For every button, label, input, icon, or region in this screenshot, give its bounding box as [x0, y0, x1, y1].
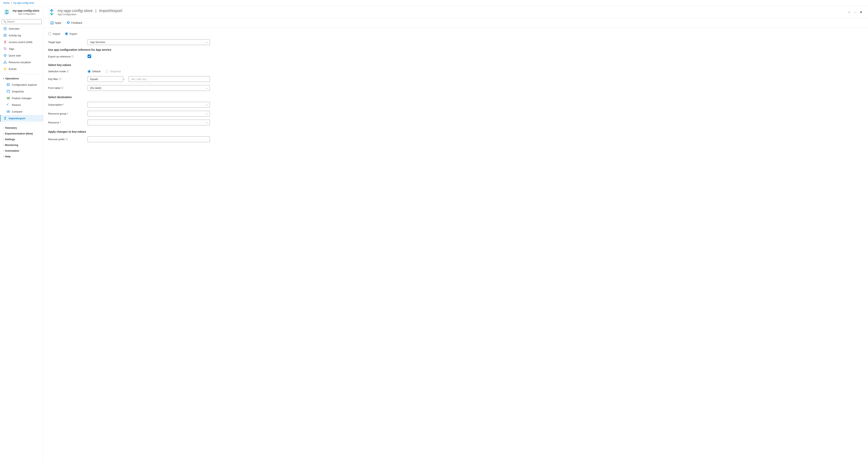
svg-point-3 — [4, 41, 6, 42]
app-container: Home > my-app-config-store my-app-con — [0, 0, 868, 463]
subscription-row: Subscription * — [48, 102, 863, 108]
breadcrumb-home[interactable]: Home — [3, 2, 9, 4]
from-label-row: From label ⓘ (No label) All labels — [48, 85, 863, 91]
more-options-button[interactable]: ··· — [853, 9, 857, 15]
feedback-label: Feedback — [71, 21, 83, 24]
import-radio[interactable] — [48, 32, 51, 35]
breadcrumb-current[interactable]: my-app-config-store — [13, 2, 34, 4]
from-label-select[interactable]: (No label) All labels — [88, 85, 210, 91]
sidebar-item-configuration-explorer[interactable]: Configuration explorer — [0, 81, 43, 88]
svg-rect-15 — [8, 111, 10, 112]
sidebar-item-quick-start[interactable]: Quick start — [0, 52, 43, 59]
target-type-dropdown-wrapper: App Services Azure App Configuration App… — [88, 39, 210, 45]
sidebar-item-snapshots[interactable]: Snapshots — [0, 88, 43, 95]
sidebar-label-monitoring: Monitoring — [5, 144, 40, 146]
sidebar-item-import-export[interactable]: Import/export — [0, 115, 43, 122]
sidebar-item-compare[interactable]: Compare — [0, 108, 43, 115]
breadcrumb: Home > my-app-config-store — [0, 0, 868, 6]
export-as-reference-control — [88, 55, 210, 59]
nav-divider-2 — [0, 123, 43, 123]
sidebar-label-restore: Restore — [12, 104, 40, 107]
sidebar-section-monitoring[interactable]: › Monitoring — [0, 142, 43, 148]
target-type-select[interactable]: App Services Azure App Configuration App… — [88, 39, 210, 45]
import-export-page-icon — [49, 9, 55, 16]
key-filter-input[interactable] — [129, 76, 210, 82]
sidebar-header: my-app-config-store App Configuration — [0, 6, 43, 18]
svg-rect-12 — [7, 90, 10, 92]
export-label: Export — [70, 32, 77, 35]
remove-prefix-label-text: Remove prefix — [48, 138, 65, 141]
feedback-button[interactable]: Feedback — [64, 20, 85, 26]
export-option[interactable]: Export — [65, 32, 77, 35]
sidebar-item-overview[interactable]: Overview — [0, 25, 43, 32]
search-input[interactable] — [7, 20, 40, 23]
selection-mode-info-icon[interactable]: ⓘ — [67, 70, 69, 73]
sidebar-item-activity-log[interactable]: Activity log — [0, 32, 43, 39]
export-as-reference-label: Export as reference ⓘ — [48, 55, 88, 58]
sidebar-section-settings[interactable]: › Settings — [0, 137, 43, 142]
app-config-reference-section: Use app configuration reference for App … — [48, 48, 863, 59]
target-type-control: App Services Azure App Configuration App… — [88, 39, 210, 45]
selection-mode-snapshot[interactable]: Snapshot — [105, 70, 121, 73]
import-export-icon — [3, 116, 7, 120]
key-filter-info-icon[interactable]: ⓘ — [59, 78, 61, 81]
remove-prefix-info-icon[interactable]: ⓘ — [65, 138, 68, 141]
sidebar-section-help[interactable]: › Help — [0, 154, 43, 159]
select-key-values-title: Select key-values — [48, 63, 863, 66]
selection-mode-snapshot-radio[interactable] — [105, 70, 108, 73]
subscription-select[interactable] — [88, 102, 210, 108]
sidebar-item-feature-manager[interactable]: Feature manager — [0, 95, 43, 102]
resource-select[interactable] — [88, 120, 210, 125]
key-filter-dropdown-wrapper: Equals Starts with — [88, 76, 127, 82]
select-destination-title: Select destination — [48, 95, 863, 99]
remove-prefix-input[interactable] — [88, 137, 210, 142]
sidebar-section-automation[interactable]: › Automation — [0, 148, 43, 154]
import-option[interactable]: Import — [48, 32, 60, 35]
resource-label-text: Resource — [48, 121, 59, 124]
sidebar-section-operations[interactable]: ▾ Operations — [0, 76, 43, 81]
resource-visualizer-icon — [3, 60, 7, 64]
apply-changes-title: Apply changes to key-values — [48, 130, 863, 133]
resource-name-title: my-app-config-store — [58, 8, 93, 13]
page-header: my-app-config-store | Import/export App … — [43, 6, 868, 18]
selection-mode-default[interactable]: Default — [88, 70, 100, 73]
sidebar-section-telemetry[interactable]: › Telemetry — [0, 125, 43, 131]
experimentation-expand-icon: › — [3, 133, 4, 135]
from-label-control: (No label) All labels — [88, 85, 210, 91]
settings-expand-icon: › — [3, 138, 4, 140]
target-type-row: Target type App Services Azure App Confi… — [48, 39, 863, 45]
selection-mode-default-radio[interactable] — [88, 70, 91, 73]
export-as-reference-info-icon[interactable]: ⓘ — [71, 55, 73, 58]
import-label: Import — [53, 32, 60, 35]
sidebar-item-events[interactable]: Events — [0, 65, 43, 72]
page-content: Import Export Target type — [43, 27, 868, 463]
from-label-info-icon[interactable]: ⓘ — [61, 86, 63, 90]
resource-group-label: Resource group * — [48, 112, 88, 115]
sidebar-item-tags[interactable]: Tags — [0, 46, 43, 52]
automation-expand-icon: › — [3, 150, 4, 152]
restore-icon — [6, 103, 10, 107]
sidebar-resource-type: App Configuration — [12, 12, 39, 15]
sidebar-label-automation: Automation — [5, 149, 40, 152]
resource-icon-svg — [4, 9, 9, 15]
sidebar-label-overview: Overview — [9, 27, 40, 30]
key-filter-select[interactable]: Equals Starts with — [88, 76, 123, 82]
main-content: my-app-config-store | Import/export App … — [43, 6, 868, 463]
tags-icon — [3, 47, 7, 51]
activity-log-icon — [3, 33, 7, 37]
sidebar-label-access-control: Access control (IAM) — [9, 41, 40, 44]
sidebar-item-restore[interactable]: Restore — [0, 102, 43, 108]
sidebar-item-access-control[interactable]: Access control (IAM) — [0, 39, 43, 46]
favorite-button[interactable]: ☆ — [847, 9, 851, 15]
close-button[interactable]: ✕ — [859, 9, 863, 15]
sidebar-item-resource-visualizer[interactable]: Resource visualizer — [0, 59, 43, 65]
svg-point-6 — [5, 61, 5, 62]
monitoring-expand-icon: › — [3, 144, 4, 146]
export-as-reference-checkbox[interactable] — [88, 55, 91, 58]
apply-button[interactable]: Apply — [48, 20, 64, 26]
export-radio[interactable] — [65, 32, 68, 35]
svg-point-5 — [5, 56, 5, 56]
resource-group-select[interactable] — [88, 111, 210, 116]
export-as-reference-row: Export as reference ⓘ — [48, 55, 863, 59]
sidebar-section-experimentation[interactable]: › Experimentation (New) — [0, 131, 43, 137]
